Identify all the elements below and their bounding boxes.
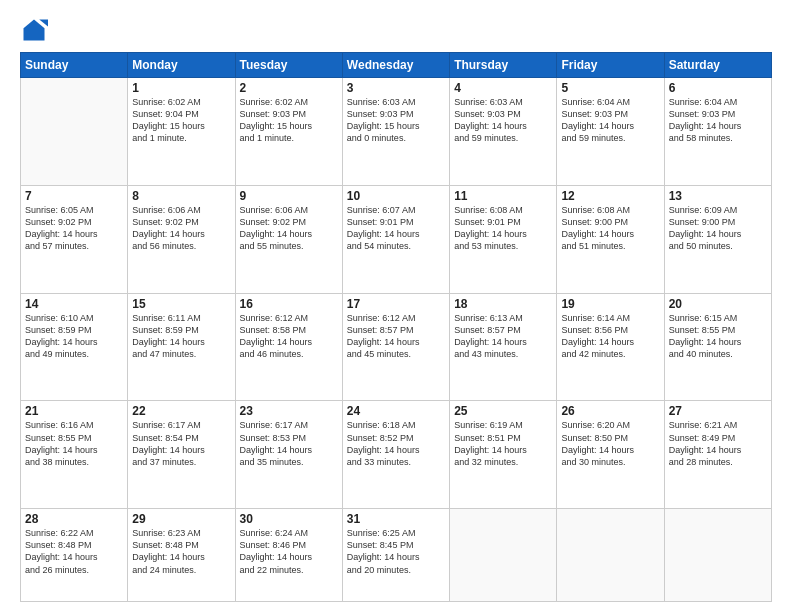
- calendar-table: SundayMondayTuesdayWednesdayThursdayFrid…: [20, 52, 772, 602]
- cell-info-text: Sunrise: 6:18 AM Sunset: 8:52 PM Dayligh…: [347, 419, 445, 468]
- cell-info-text: Sunrise: 6:17 AM Sunset: 8:53 PM Dayligh…: [240, 419, 338, 468]
- calendar-cell: 30Sunrise: 6:24 AM Sunset: 8:46 PM Dayli…: [235, 509, 342, 602]
- cell-info-text: Sunrise: 6:06 AM Sunset: 9:02 PM Dayligh…: [240, 204, 338, 253]
- calendar-cell: 7Sunrise: 6:05 AM Sunset: 9:02 PM Daylig…: [21, 185, 128, 293]
- cell-info-text: Sunrise: 6:02 AM Sunset: 9:04 PM Dayligh…: [132, 96, 230, 145]
- day-header-saturday: Saturday: [664, 53, 771, 78]
- calendar-cell: 28Sunrise: 6:22 AM Sunset: 8:48 PM Dayli…: [21, 509, 128, 602]
- logo: [20, 16, 52, 44]
- cell-date-number: 9: [240, 189, 338, 203]
- calendar-body: 1Sunrise: 6:02 AM Sunset: 9:04 PM Daylig…: [21, 78, 772, 602]
- cell-info-text: Sunrise: 6:07 AM Sunset: 9:01 PM Dayligh…: [347, 204, 445, 253]
- calendar-cell: 2Sunrise: 6:02 AM Sunset: 9:03 PM Daylig…: [235, 78, 342, 186]
- page: SundayMondayTuesdayWednesdayThursdayFrid…: [0, 0, 792, 612]
- calendar-cell: 21Sunrise: 6:16 AM Sunset: 8:55 PM Dayli…: [21, 401, 128, 509]
- cell-info-text: Sunrise: 6:10 AM Sunset: 8:59 PM Dayligh…: [25, 312, 123, 361]
- calendar-cell: 23Sunrise: 6:17 AM Sunset: 8:53 PM Dayli…: [235, 401, 342, 509]
- cell-info-text: Sunrise: 6:08 AM Sunset: 9:00 PM Dayligh…: [561, 204, 659, 253]
- calendar-week-3: 14Sunrise: 6:10 AM Sunset: 8:59 PM Dayli…: [21, 293, 772, 401]
- day-header-tuesday: Tuesday: [235, 53, 342, 78]
- cell-info-text: Sunrise: 6:12 AM Sunset: 8:57 PM Dayligh…: [347, 312, 445, 361]
- calendar-cell: 20Sunrise: 6:15 AM Sunset: 8:55 PM Dayli…: [664, 293, 771, 401]
- calendar-week-2: 7Sunrise: 6:05 AM Sunset: 9:02 PM Daylig…: [21, 185, 772, 293]
- calendar-cell: 29Sunrise: 6:23 AM Sunset: 8:48 PM Dayli…: [128, 509, 235, 602]
- cell-date-number: 22: [132, 404, 230, 418]
- cell-date-number: 10: [347, 189, 445, 203]
- svg-marker-0: [24, 20, 45, 41]
- day-header-sunday: Sunday: [21, 53, 128, 78]
- calendar-cell: 12Sunrise: 6:08 AM Sunset: 9:00 PM Dayli…: [557, 185, 664, 293]
- cell-date-number: 6: [669, 81, 767, 95]
- calendar-cell: 13Sunrise: 6:09 AM Sunset: 9:00 PM Dayli…: [664, 185, 771, 293]
- cell-date-number: 3: [347, 81, 445, 95]
- calendar-week-5: 28Sunrise: 6:22 AM Sunset: 8:48 PM Dayli…: [21, 509, 772, 602]
- cell-date-number: 23: [240, 404, 338, 418]
- cell-date-number: 30: [240, 512, 338, 526]
- day-header-friday: Friday: [557, 53, 664, 78]
- cell-date-number: 29: [132, 512, 230, 526]
- cell-date-number: 4: [454, 81, 552, 95]
- cell-date-number: 28: [25, 512, 123, 526]
- cell-date-number: 5: [561, 81, 659, 95]
- calendar-cell: 25Sunrise: 6:19 AM Sunset: 8:51 PM Dayli…: [450, 401, 557, 509]
- cell-info-text: Sunrise: 6:02 AM Sunset: 9:03 PM Dayligh…: [240, 96, 338, 145]
- calendar-cell: [664, 509, 771, 602]
- cell-date-number: 26: [561, 404, 659, 418]
- calendar-cell: 8Sunrise: 6:06 AM Sunset: 9:02 PM Daylig…: [128, 185, 235, 293]
- calendar-cell: 31Sunrise: 6:25 AM Sunset: 8:45 PM Dayli…: [342, 509, 449, 602]
- cell-info-text: Sunrise: 6:03 AM Sunset: 9:03 PM Dayligh…: [454, 96, 552, 145]
- cell-date-number: 20: [669, 297, 767, 311]
- cell-info-text: Sunrise: 6:23 AM Sunset: 8:48 PM Dayligh…: [132, 527, 230, 576]
- cell-date-number: 25: [454, 404, 552, 418]
- calendar-week-1: 1Sunrise: 6:02 AM Sunset: 9:04 PM Daylig…: [21, 78, 772, 186]
- cell-info-text: Sunrise: 6:09 AM Sunset: 9:00 PM Dayligh…: [669, 204, 767, 253]
- cell-info-text: Sunrise: 6:25 AM Sunset: 8:45 PM Dayligh…: [347, 527, 445, 576]
- calendar-cell: 9Sunrise: 6:06 AM Sunset: 9:02 PM Daylig…: [235, 185, 342, 293]
- calendar-cell: 11Sunrise: 6:08 AM Sunset: 9:01 PM Dayli…: [450, 185, 557, 293]
- header: [20, 16, 772, 44]
- cell-date-number: 16: [240, 297, 338, 311]
- cell-info-text: Sunrise: 6:17 AM Sunset: 8:54 PM Dayligh…: [132, 419, 230, 468]
- calendar-cell: 3Sunrise: 6:03 AM Sunset: 9:03 PM Daylig…: [342, 78, 449, 186]
- calendar-cell: 16Sunrise: 6:12 AM Sunset: 8:58 PM Dayli…: [235, 293, 342, 401]
- cell-date-number: 31: [347, 512, 445, 526]
- calendar-cell: 6Sunrise: 6:04 AM Sunset: 9:03 PM Daylig…: [664, 78, 771, 186]
- cell-date-number: 7: [25, 189, 123, 203]
- cell-info-text: Sunrise: 6:16 AM Sunset: 8:55 PM Dayligh…: [25, 419, 123, 468]
- cell-info-text: Sunrise: 6:20 AM Sunset: 8:50 PM Dayligh…: [561, 419, 659, 468]
- calendar-cell: 17Sunrise: 6:12 AM Sunset: 8:57 PM Dayli…: [342, 293, 449, 401]
- cell-date-number: 18: [454, 297, 552, 311]
- logo-icon: [20, 16, 48, 44]
- calendar-cell: [557, 509, 664, 602]
- cell-info-text: Sunrise: 6:06 AM Sunset: 9:02 PM Dayligh…: [132, 204, 230, 253]
- cell-date-number: 13: [669, 189, 767, 203]
- day-header-thursday: Thursday: [450, 53, 557, 78]
- cell-info-text: Sunrise: 6:04 AM Sunset: 9:03 PM Dayligh…: [669, 96, 767, 145]
- cell-date-number: 21: [25, 404, 123, 418]
- cell-info-text: Sunrise: 6:08 AM Sunset: 9:01 PM Dayligh…: [454, 204, 552, 253]
- cell-date-number: 1: [132, 81, 230, 95]
- cell-date-number: 12: [561, 189, 659, 203]
- cell-info-text: Sunrise: 6:19 AM Sunset: 8:51 PM Dayligh…: [454, 419, 552, 468]
- calendar-cell: 1Sunrise: 6:02 AM Sunset: 9:04 PM Daylig…: [128, 78, 235, 186]
- cell-date-number: 8: [132, 189, 230, 203]
- calendar-week-4: 21Sunrise: 6:16 AM Sunset: 8:55 PM Dayli…: [21, 401, 772, 509]
- cell-date-number: 2: [240, 81, 338, 95]
- calendar-cell: 27Sunrise: 6:21 AM Sunset: 8:49 PM Dayli…: [664, 401, 771, 509]
- cell-date-number: 14: [25, 297, 123, 311]
- calendar-cell: 10Sunrise: 6:07 AM Sunset: 9:01 PM Dayli…: [342, 185, 449, 293]
- calendar-cell: 26Sunrise: 6:20 AM Sunset: 8:50 PM Dayli…: [557, 401, 664, 509]
- cell-info-text: Sunrise: 6:13 AM Sunset: 8:57 PM Dayligh…: [454, 312, 552, 361]
- calendar-cell: [450, 509, 557, 602]
- cell-info-text: Sunrise: 6:24 AM Sunset: 8:46 PM Dayligh…: [240, 527, 338, 576]
- calendar-cell: 4Sunrise: 6:03 AM Sunset: 9:03 PM Daylig…: [450, 78, 557, 186]
- cell-info-text: Sunrise: 6:05 AM Sunset: 9:02 PM Dayligh…: [25, 204, 123, 253]
- cell-date-number: 19: [561, 297, 659, 311]
- cell-info-text: Sunrise: 6:15 AM Sunset: 8:55 PM Dayligh…: [669, 312, 767, 361]
- day-header-wednesday: Wednesday: [342, 53, 449, 78]
- calendar-cell: 24Sunrise: 6:18 AM Sunset: 8:52 PM Dayli…: [342, 401, 449, 509]
- cell-info-text: Sunrise: 6:22 AM Sunset: 8:48 PM Dayligh…: [25, 527, 123, 576]
- calendar-cell: 5Sunrise: 6:04 AM Sunset: 9:03 PM Daylig…: [557, 78, 664, 186]
- calendar-cell: [21, 78, 128, 186]
- cell-info-text: Sunrise: 6:04 AM Sunset: 9:03 PM Dayligh…: [561, 96, 659, 145]
